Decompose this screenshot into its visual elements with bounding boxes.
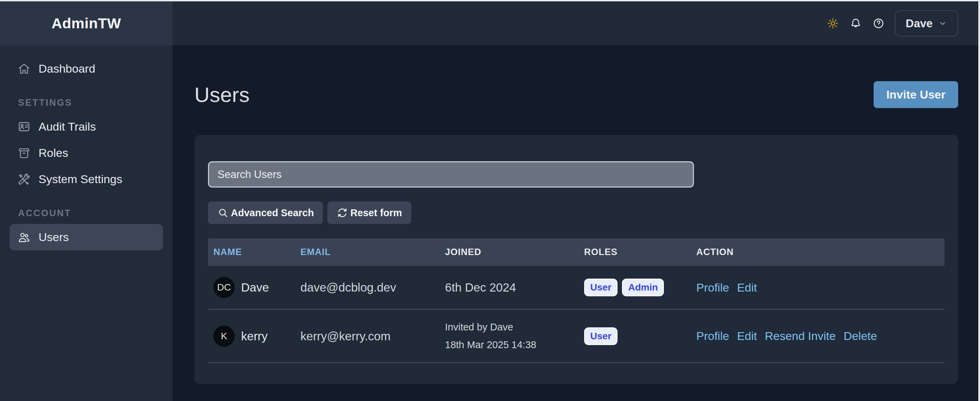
app-logo: AdminTW: [51, 15, 121, 32]
invited-by-text: Invited by Dave: [445, 322, 536, 332]
sidebar-item-roles[interactable]: Roles: [10, 140, 163, 166]
user-email: dave@dcblog.dev: [301, 281, 396, 294]
wrench-screwdriver-icon: [18, 173, 30, 186]
search-input[interactable]: [208, 161, 694, 188]
refresh-arrows-icon: [337, 207, 348, 219]
sidebar-item-label: Users: [38, 231, 69, 244]
name-cell: DC Dave: [208, 277, 301, 298]
theme-toggle-sun-icon[interactable]: [827, 18, 839, 29]
page-header: Users Invite User: [194, 70, 958, 119]
edit-link[interactable]: Edit: [737, 281, 757, 294]
column-header-roles: ROLES: [584, 247, 696, 258]
notifications-bell-icon[interactable]: [850, 18, 862, 29]
joined-date: 6th Dec 2024: [445, 281, 516, 294]
user-menu-label: Dave: [906, 17, 932, 30]
sidebar: AdminTW Dashboard SETTINGS: [0, 2, 173, 401]
sidebar-header: AdminTW: [0, 2, 173, 45]
roles-cell: User: [584, 327, 696, 345]
delete-link[interactable]: Delete: [843, 329, 877, 343]
sidebar-item-label: Dashboard: [38, 62, 95, 75]
sidebar-item-audit-trails[interactable]: Audit Trails: [10, 113, 163, 140]
email-cell: kerry@kerry.com: [301, 329, 445, 343]
main-area: Dave Users Invite User: [173, 2, 978, 401]
filter-buttons: Advanced Search Reset form: [208, 202, 945, 224]
archive-box-icon: [18, 146, 30, 159]
identification-card-icon: [18, 120, 30, 133]
sidebar-item-label: Audit Trails: [38, 120, 96, 133]
search-icon: [217, 207, 229, 219]
chevron-down-icon: [938, 19, 947, 28]
user-menu-button[interactable]: Dave: [895, 10, 958, 37]
sidebar-section-account: ACCOUNT: [18, 208, 163, 219]
users-icon: [18, 231, 30, 243]
resend-invite-link[interactable]: Resend Invite: [765, 329, 836, 343]
home-icon: [18, 62, 30, 75]
role-badge: User: [584, 327, 617, 345]
app-window: AdminTW Dashboard SETTINGS: [0, 2, 978, 401]
column-header-action: ACTION: [696, 247, 945, 258]
advanced-search-label: Advanced Search: [231, 207, 314, 219]
advanced-search-button[interactable]: Advanced Search: [208, 202, 323, 224]
sidebar-item-dashboard[interactable]: Dashboard: [10, 56, 163, 82]
reset-form-label: Reset form: [350, 207, 402, 219]
table-header-row: NAME EMAIL JOINED ROLES ACTION: [208, 238, 945, 266]
page-title: Users: [194, 84, 250, 105]
user-name: Dave: [241, 281, 269, 294]
column-header-joined: JOINED: [445, 247, 584, 258]
page-content: Users Invite User Advanced Search: [173, 45, 978, 384]
user-name: kerry: [241, 329, 268, 343]
users-table: NAME EMAIL JOINED ROLES ACTION DC Dave: [208, 238, 945, 363]
top-bar: Dave: [173, 2, 978, 45]
help-circle-icon[interactable]: [873, 18, 885, 29]
reset-form-button[interactable]: Reset form: [327, 202, 411, 224]
edit-link[interactable]: Edit: [737, 329, 757, 343]
sidebar-item-users[interactable]: Users: [10, 224, 163, 250]
avatar: K: [213, 326, 235, 347]
joined-cell: Invited by Dave 18th Mar 2025 14:38: [445, 322, 584, 350]
profile-link[interactable]: Profile: [696, 281, 729, 294]
roles-cell: User Admin: [584, 278, 696, 296]
users-card: Advanced Search Reset form: [194, 135, 958, 384]
sidebar-section-settings: SETTINGS: [18, 97, 163, 108]
action-cell: Profile Edit: [696, 281, 945, 294]
invite-user-button[interactable]: Invite User: [873, 81, 958, 108]
profile-link[interactable]: Profile: [696, 329, 729, 343]
column-header-email[interactable]: EMAIL: [301, 247, 445, 258]
joined-cell: 6th Dec 2024: [445, 281, 584, 294]
avatar: DC: [213, 277, 235, 298]
table-row: K kerry kerry@kerry.com Invited by Dave …: [208, 310, 945, 363]
table-row: DC Dave dave@dcblog.dev 6th Dec 2024 Use…: [208, 266, 945, 310]
sidebar-nav: Dashboard SETTINGS Audit Trails: [0, 45, 173, 250]
user-email: kerry@kerry.com: [301, 329, 390, 343]
name-cell: K kerry: [208, 326, 301, 347]
sidebar-item-label: System Settings: [38, 173, 123, 186]
invited-date-text: 18th Mar 2025 14:38: [445, 340, 536, 350]
role-badge: Admin: [622, 278, 664, 296]
role-badge: User: [584, 278, 617, 296]
sidebar-item-label: Roles: [38, 146, 68, 159]
column-header-name[interactable]: NAME: [208, 247, 301, 258]
email-cell: dave@dcblog.dev: [301, 281, 445, 294]
action-cell: Profile Edit Resend Invite Delete: [696, 329, 945, 343]
sidebar-item-system-settings[interactable]: System Settings: [10, 166, 163, 192]
